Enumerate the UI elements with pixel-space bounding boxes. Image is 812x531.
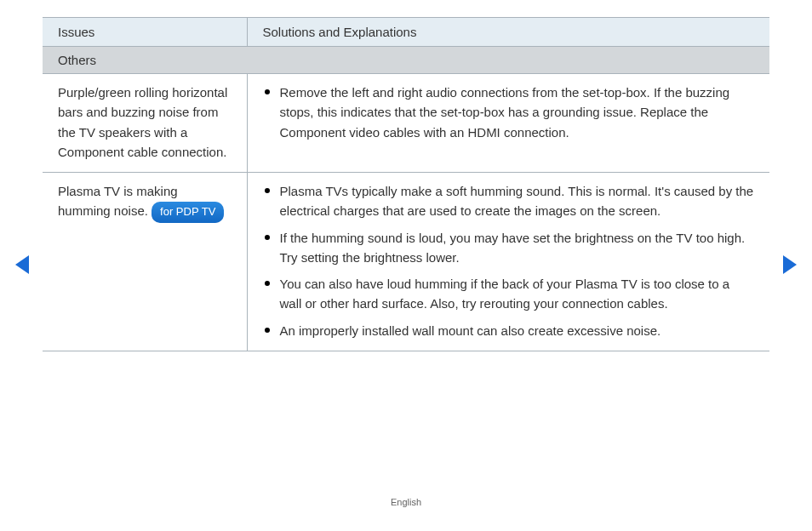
document-page: Issues Solutions and Explanations Others… [0, 0, 812, 351]
issue-cell: Plasma TV is making humming noise. for P… [43, 173, 247, 351]
header-solutions: Solutions and Explanations [247, 18, 769, 47]
prev-page-arrow[interactable] [15, 255, 29, 274]
issue-cell: Purple/green rolling horizontal bars and… [43, 74, 247, 173]
table-row: Purple/green rolling horizontal bars and… [43, 74, 769, 173]
next-page-arrow[interactable] [783, 255, 797, 274]
solution-item: Remove the left and right audio connecti… [263, 83, 755, 142]
solution-item: Plasma TVs typically make a soft humming… [263, 181, 755, 221]
header-issues: Issues [43, 18, 247, 47]
solution-item: If the humming sound is loud, you may ha… [263, 228, 755, 268]
solution-item: You can also have loud humming if the ba… [263, 274, 755, 314]
page-footer: English [0, 497, 812, 507]
table-row: Plasma TV is making humming noise. for P… [43, 173, 769, 351]
pdp-badge: for PDP TV [152, 202, 224, 223]
solution-item: An improperly installed wall mount can a… [263, 321, 755, 340]
solution-cell: Plasma TVs typically make a soft humming… [247, 173, 769, 351]
solution-cell: Remove the left and right audio connecti… [247, 74, 769, 173]
troubleshooting-table: Issues Solutions and Explanations Others… [43, 17, 769, 351]
section-heading: Others [43, 47, 769, 74]
